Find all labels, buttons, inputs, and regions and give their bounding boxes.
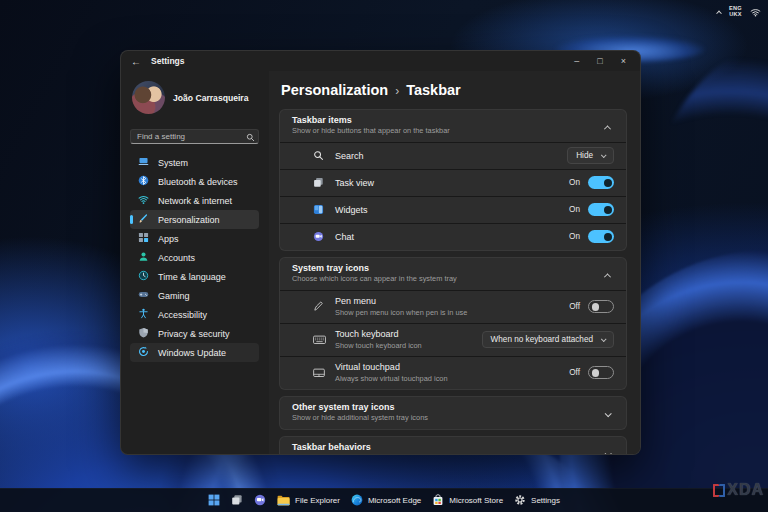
taskbar-chat-button[interactable] xyxy=(254,492,266,510)
taskbar-task-view-button[interactable] xyxy=(231,492,243,510)
touch-keyboard-dropdown[interactable]: When no keyboard attached xyxy=(482,331,614,348)
toggle-state-label: Off xyxy=(569,368,580,377)
breadcrumb-separator-icon: › xyxy=(395,83,399,98)
sidebar-item-apps[interactable]: Apps xyxy=(130,229,259,248)
system-tray-card: System tray icons Choose which icons can… xyxy=(279,257,627,390)
maximize-button[interactable]: □ xyxy=(597,57,602,66)
dropdown-value: When no keyboard attached xyxy=(491,335,593,344)
taskbar-items-header[interactable]: Taskbar items Show or hide buttons that … xyxy=(280,110,626,142)
taskbar-settings-button[interactable]: Settings xyxy=(514,492,560,510)
taskbar-store-button[interactable]: Microsoft Store xyxy=(432,492,503,510)
sidebar-item-bluetooth[interactable]: Bluetooth & devices xyxy=(130,172,259,191)
minimize-button[interactable]: – xyxy=(574,57,579,66)
sidebar-item-accessibility[interactable]: Accessibility xyxy=(130,305,259,324)
virtual-touchpad-row: Virtual touchpad Always show virtual tou… xyxy=(280,356,626,389)
taskbar-app-label: Microsoft Edge xyxy=(368,496,421,505)
taskbar-app-label: Microsoft Store xyxy=(449,496,503,505)
taskbar-file-explorer-button[interactable]: File Explorer xyxy=(277,492,340,510)
sidebar-item-system[interactable]: System xyxy=(130,153,259,172)
card-title: System tray icons xyxy=(292,263,457,274)
sidebar-item-label: System xyxy=(158,158,188,168)
toggle-state-label: On xyxy=(569,232,580,241)
accounts-icon xyxy=(138,251,149,264)
task-view-icon xyxy=(313,177,324,188)
sidebar-nav: System Bluetooth & devices Network & int… xyxy=(130,153,259,362)
card-title: Taskbar behaviors xyxy=(292,442,518,453)
main-content: Personalization › Taskbar Taskbar items … xyxy=(269,71,640,455)
start-button[interactable] xyxy=(208,492,220,510)
search-icon xyxy=(313,150,324,161)
chat-icon xyxy=(313,231,324,242)
taskbar-edge-button[interactable]: Microsoft Edge xyxy=(351,492,421,510)
taskbar-app-label: File Explorer xyxy=(295,496,340,505)
system-tray-header[interactable]: System tray icons Choose which icons can… xyxy=(280,258,626,290)
window-title: Settings xyxy=(151,56,185,66)
sidebar-item-label: Accessibility xyxy=(158,310,207,320)
sidebar-item-time-language[interactable]: Time & language xyxy=(130,267,259,286)
xda-bracket-right-icon xyxy=(719,484,725,497)
row-label: Widgets xyxy=(335,205,368,215)
sidebar-item-label: Accounts xyxy=(158,253,195,263)
card-title: Other system tray icons xyxy=(292,402,428,413)
user-profile[interactable]: João Carrasqueira xyxy=(132,81,259,114)
dropdown-value: Hide xyxy=(576,151,593,160)
breadcrumb: Personalization › Taskbar xyxy=(281,82,627,98)
sidebar-item-network[interactable]: Network & internet xyxy=(130,191,259,210)
chevron-down-icon[interactable] xyxy=(605,410,612,417)
pen-menu-row: Pen menu Show pen menu icon when pen is … xyxy=(280,290,626,323)
search-input[interactable] xyxy=(130,129,259,144)
chat-toggle[interactable] xyxy=(588,230,614,243)
settings-window: ← Settings – □ × João Carrasqueira xyxy=(120,50,641,455)
card-subtitle: Show or hide additional system tray icon… xyxy=(292,413,428,423)
network-icon[interactable] xyxy=(750,3,761,21)
taskbar-behaviors-card: Taskbar behaviors Taskbar alignment, bad… xyxy=(279,436,627,455)
edge-icon xyxy=(351,492,363,510)
personalization-icon xyxy=(138,213,149,226)
row-label: Pen menu xyxy=(335,296,467,308)
sidebar-item-label: Bluetooth & devices xyxy=(158,177,238,187)
task-view-toggle[interactable] xyxy=(588,176,614,189)
bluetooth-icon xyxy=(138,175,149,188)
tray-overflow-chevron-icon[interactable] xyxy=(716,11,722,17)
row-description: Show touch keyboard icon xyxy=(335,341,422,350)
sidebar-item-label: Gaming xyxy=(158,291,190,301)
keyboard-layout-code: UKX xyxy=(729,12,742,18)
desktop: ← Settings – □ × João Carrasqueira xyxy=(0,0,768,512)
touch-keyboard-row: Touch keyboard Show touch keyboard icon … xyxy=(280,323,626,356)
sidebar-item-windows-update[interactable]: Windows Update xyxy=(130,343,259,362)
sidebar-item-label: Privacy & security xyxy=(158,329,230,339)
virtual-touchpad-toggle[interactable] xyxy=(588,366,614,379)
widgets-toggle[interactable] xyxy=(588,203,614,216)
other-tray-card: Other system tray icons Show or hide add… xyxy=(279,396,627,430)
update-icon xyxy=(138,346,149,359)
taskbar-behaviors-header[interactable]: Taskbar behaviors Taskbar alignment, bad… xyxy=(280,437,626,455)
widgets-icon xyxy=(313,204,324,215)
back-button[interactable]: ← xyxy=(131,56,141,67)
sidebar-item-label: Windows Update xyxy=(158,348,226,358)
chevron-down-icon xyxy=(601,152,607,158)
task-view-row: Task view On xyxy=(280,169,626,196)
card-title: Taskbar items xyxy=(292,115,450,126)
touchpad-icon xyxy=(313,368,325,378)
chevron-down-icon[interactable] xyxy=(605,450,612,455)
pen-menu-toggle[interactable] xyxy=(588,300,614,313)
sidebar-item-label: Personalization xyxy=(158,215,220,225)
keyboard-icon xyxy=(313,335,326,345)
avatar xyxy=(132,81,165,114)
sidebar-item-personalization[interactable]: Personalization xyxy=(130,210,259,229)
system-tray: ENG UKX xyxy=(717,0,761,24)
search-dropdown[interactable]: Hide xyxy=(567,147,614,164)
language-indicator[interactable]: ENG UKX xyxy=(729,6,742,17)
wifi-icon xyxy=(138,194,149,207)
sidebar-item-privacy[interactable]: Privacy & security xyxy=(130,324,259,343)
chevron-up-icon[interactable] xyxy=(604,274,611,281)
row-label: Touch keyboard xyxy=(335,329,422,341)
sidebar-item-gaming[interactable]: Gaming xyxy=(130,286,259,305)
chevron-up-icon[interactable] xyxy=(604,126,611,133)
task-view-icon xyxy=(231,492,243,510)
sidebar-item-accounts[interactable]: Accounts xyxy=(130,248,259,267)
toggle-state-label: On xyxy=(569,205,580,214)
other-tray-header[interactable]: Other system tray icons Show or hide add… xyxy=(280,397,626,429)
breadcrumb-parent[interactable]: Personalization xyxy=(281,82,388,98)
close-button[interactable]: × xyxy=(621,57,626,66)
